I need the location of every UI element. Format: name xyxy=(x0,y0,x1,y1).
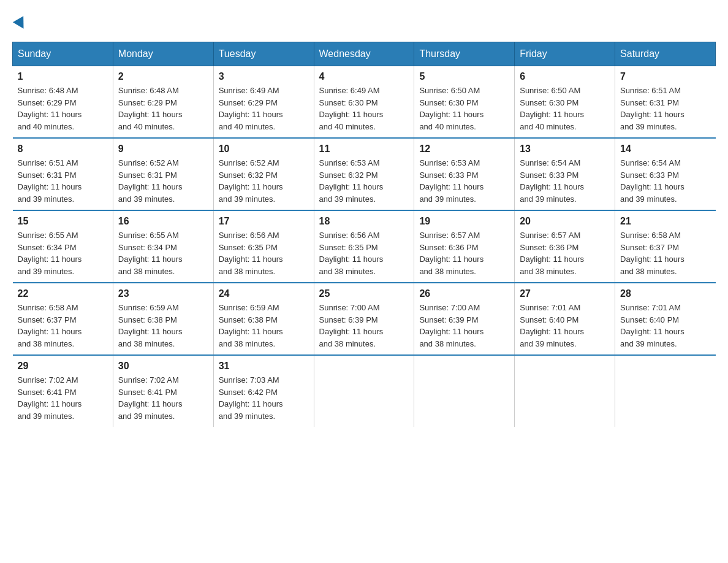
day-info: Sunrise: 6:55 AMSunset: 6:34 PMDaylight:… xyxy=(18,231,82,276)
day-cell: 23 Sunrise: 6:59 AMSunset: 6:38 PMDaylig… xyxy=(113,283,213,355)
day-cell: 24 Sunrise: 6:59 AMSunset: 6:38 PMDaylig… xyxy=(213,283,314,355)
calendar-header: SundayMondayTuesdayWednesdayThursdayFrid… xyxy=(13,42,716,66)
day-number: 11 xyxy=(319,144,409,155)
header-cell-saturday: Saturday xyxy=(615,42,716,66)
day-number: 20 xyxy=(520,216,610,227)
day-info: Sunrise: 6:59 AMSunset: 6:38 PMDaylight:… xyxy=(118,303,183,348)
day-cell: 30 Sunrise: 7:02 AMSunset: 6:41 PMDaylig… xyxy=(113,355,213,427)
day-number: 4 xyxy=(319,71,409,82)
header-cell-thursday: Thursday xyxy=(414,42,515,66)
day-info: Sunrise: 6:49 AMSunset: 6:30 PMDaylight:… xyxy=(319,86,384,131)
day-number: 8 xyxy=(18,144,108,155)
day-number: 28 xyxy=(620,288,710,299)
day-cell xyxy=(314,355,414,427)
week-row: 1 Sunrise: 6:48 AMSunset: 6:29 PMDayligh… xyxy=(13,66,716,139)
day-info: Sunrise: 7:02 AMSunset: 6:41 PMDaylight:… xyxy=(118,375,183,421)
day-info: Sunrise: 6:55 AMSunset: 6:34 PMDaylight:… xyxy=(118,231,183,276)
day-cell xyxy=(414,355,515,427)
day-number: 3 xyxy=(219,71,309,82)
day-number: 5 xyxy=(419,71,509,82)
day-info: Sunrise: 6:51 AMSunset: 6:31 PMDaylight:… xyxy=(620,86,684,131)
day-number: 29 xyxy=(18,361,108,372)
header xyxy=(12,12,716,29)
day-number: 27 xyxy=(520,288,610,299)
day-cell: 19 Sunrise: 6:57 AMSunset: 6:36 PMDaylig… xyxy=(414,210,515,283)
day-number: 31 xyxy=(219,361,309,372)
day-number: 18 xyxy=(319,216,409,227)
day-cell: 31 Sunrise: 7:03 AMSunset: 6:42 PMDaylig… xyxy=(213,355,314,427)
day-cell: 7 Sunrise: 6:51 AMSunset: 6:31 PMDayligh… xyxy=(615,66,716,139)
day-info: Sunrise: 6:56 AMSunset: 6:35 PMDaylight:… xyxy=(319,231,384,276)
day-info: Sunrise: 7:01 AMSunset: 6:40 PMDaylight:… xyxy=(520,303,584,348)
day-number: 19 xyxy=(419,216,509,227)
day-number: 1 xyxy=(18,71,108,82)
day-info: Sunrise: 6:57 AMSunset: 6:36 PMDaylight:… xyxy=(419,231,483,276)
day-info: Sunrise: 6:58 AMSunset: 6:37 PMDaylight:… xyxy=(620,231,684,276)
day-number: 7 xyxy=(620,71,710,82)
day-number: 15 xyxy=(18,216,108,227)
logo-blue-text xyxy=(12,18,27,29)
day-info: Sunrise: 6:59 AMSunset: 6:38 PMDaylight:… xyxy=(219,303,283,348)
day-info: Sunrise: 7:02 AMSunset: 6:41 PMDaylight:… xyxy=(18,375,82,421)
day-number: 25 xyxy=(319,288,409,299)
day-cell: 20 Sunrise: 6:57 AMSunset: 6:36 PMDaylig… xyxy=(515,210,615,283)
day-info: Sunrise: 6:48 AMSunset: 6:29 PMDaylight:… xyxy=(118,86,183,131)
day-number: 16 xyxy=(118,216,208,227)
day-info: Sunrise: 6:58 AMSunset: 6:37 PMDaylight:… xyxy=(18,303,82,348)
day-cell xyxy=(615,355,716,427)
day-info: Sunrise: 7:03 AMSunset: 6:42 PMDaylight:… xyxy=(219,375,283,421)
day-cell xyxy=(515,355,615,427)
day-info: Sunrise: 6:54 AMSunset: 6:33 PMDaylight:… xyxy=(520,158,584,204)
header-cell-tuesday: Tuesday xyxy=(213,42,314,66)
day-number: 6 xyxy=(520,71,610,82)
day-cell: 26 Sunrise: 7:00 AMSunset: 6:39 PMDaylig… xyxy=(414,283,515,355)
day-cell: 2 Sunrise: 6:48 AMSunset: 6:29 PMDayligh… xyxy=(113,66,213,139)
day-cell: 25 Sunrise: 7:00 AMSunset: 6:39 PMDaylig… xyxy=(314,283,414,355)
day-cell: 9 Sunrise: 6:52 AMSunset: 6:31 PMDayligh… xyxy=(113,138,213,210)
day-cell: 15 Sunrise: 6:55 AMSunset: 6:34 PMDaylig… xyxy=(13,210,113,283)
header-row: SundayMondayTuesdayWednesdayThursdayFrid… xyxy=(13,42,716,66)
day-number: 24 xyxy=(219,288,309,299)
header-cell-wednesday: Wednesday xyxy=(314,42,414,66)
day-cell: 3 Sunrise: 6:49 AMSunset: 6:29 PMDayligh… xyxy=(213,66,314,139)
day-cell: 21 Sunrise: 6:58 AMSunset: 6:37 PMDaylig… xyxy=(615,210,716,283)
day-number: 13 xyxy=(520,144,610,155)
day-cell: 18 Sunrise: 6:56 AMSunset: 6:35 PMDaylig… xyxy=(314,210,414,283)
day-cell: 16 Sunrise: 6:55 AMSunset: 6:34 PMDaylig… xyxy=(113,210,213,283)
day-info: Sunrise: 6:57 AMSunset: 6:36 PMDaylight:… xyxy=(520,231,584,276)
day-cell: 27 Sunrise: 7:01 AMSunset: 6:40 PMDaylig… xyxy=(515,283,615,355)
day-cell: 10 Sunrise: 6:52 AMSunset: 6:32 PMDaylig… xyxy=(213,138,314,210)
week-row: 29 Sunrise: 7:02 AMSunset: 6:41 PMDaylig… xyxy=(13,355,716,427)
day-number: 17 xyxy=(219,216,309,227)
day-number: 12 xyxy=(419,144,509,155)
day-number: 21 xyxy=(620,216,710,227)
day-info: Sunrise: 7:00 AMSunset: 6:39 PMDaylight:… xyxy=(419,303,483,348)
day-info: Sunrise: 6:49 AMSunset: 6:29 PMDaylight:… xyxy=(219,86,283,131)
day-cell: 11 Sunrise: 6:53 AMSunset: 6:32 PMDaylig… xyxy=(314,138,414,210)
day-info: Sunrise: 6:52 AMSunset: 6:32 PMDaylight:… xyxy=(219,158,283,204)
logo-triangle-icon xyxy=(13,16,29,32)
header-cell-friday: Friday xyxy=(515,42,615,66)
day-number: 26 xyxy=(419,288,509,299)
day-cell: 14 Sunrise: 6:54 AMSunset: 6:33 PMDaylig… xyxy=(615,138,716,210)
calendar-table: SundayMondayTuesdayWednesdayThursdayFrid… xyxy=(12,42,716,427)
day-cell: 4 Sunrise: 6:49 AMSunset: 6:30 PMDayligh… xyxy=(314,66,414,139)
day-info: Sunrise: 6:51 AMSunset: 6:31 PMDaylight:… xyxy=(18,158,82,204)
week-row: 15 Sunrise: 6:55 AMSunset: 6:34 PMDaylig… xyxy=(13,210,716,283)
day-info: Sunrise: 6:56 AMSunset: 6:35 PMDaylight:… xyxy=(219,231,283,276)
day-number: 23 xyxy=(118,288,208,299)
day-info: Sunrise: 6:53 AMSunset: 6:32 PMDaylight:… xyxy=(319,158,384,204)
week-row: 22 Sunrise: 6:58 AMSunset: 6:37 PMDaylig… xyxy=(13,283,716,355)
day-number: 2 xyxy=(118,71,208,82)
day-cell: 29 Sunrise: 7:02 AMSunset: 6:41 PMDaylig… xyxy=(13,355,113,427)
day-cell: 28 Sunrise: 7:01 AMSunset: 6:40 PMDaylig… xyxy=(615,283,716,355)
day-number: 22 xyxy=(18,288,108,299)
day-cell: 17 Sunrise: 6:56 AMSunset: 6:35 PMDaylig… xyxy=(213,210,314,283)
day-cell: 5 Sunrise: 6:50 AMSunset: 6:30 PMDayligh… xyxy=(414,66,515,139)
day-info: Sunrise: 6:50 AMSunset: 6:30 PMDaylight:… xyxy=(419,86,483,131)
day-cell: 1 Sunrise: 6:48 AMSunset: 6:29 PMDayligh… xyxy=(13,66,113,139)
day-cell: 6 Sunrise: 6:50 AMSunset: 6:30 PMDayligh… xyxy=(515,66,615,139)
day-cell: 12 Sunrise: 6:53 AMSunset: 6:33 PMDaylig… xyxy=(414,138,515,210)
week-row: 8 Sunrise: 6:51 AMSunset: 6:31 PMDayligh… xyxy=(13,138,716,210)
day-number: 30 xyxy=(118,361,208,372)
